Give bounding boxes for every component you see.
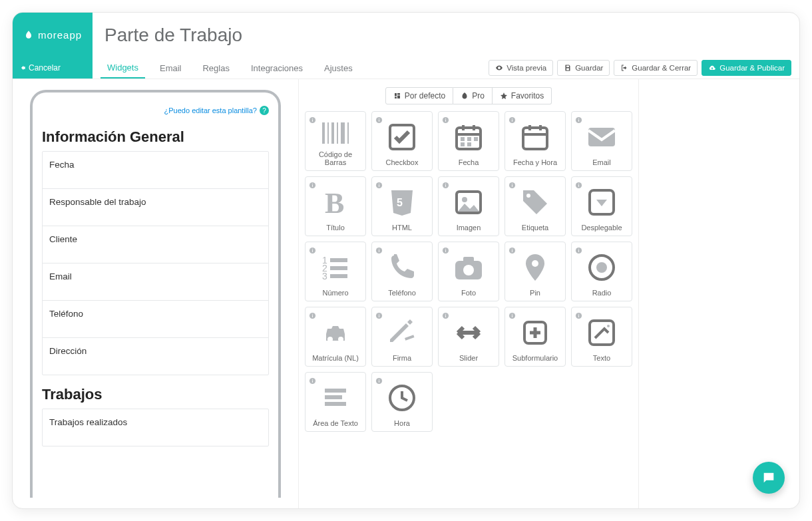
tab-settings[interactable]: Ajustes: [317, 57, 359, 79]
textarea-icon: [308, 377, 363, 419]
info-icon[interactable]: [375, 180, 383, 187]
info-icon[interactable]: [309, 245, 316, 252]
datetime-icon: [508, 116, 562, 158]
filter-pro[interactable]: Pro: [453, 87, 493, 104]
dashboard-icon: [393, 92, 401, 100]
svg-rect-22: [445, 185, 446, 187]
widget-label: Matrícula (NL): [312, 354, 359, 362]
info-icon[interactable]: [442, 180, 449, 187]
widget-checkbox[interactable]: Checkbox: [371, 111, 433, 171]
widget-label: Email: [592, 158, 611, 166]
widget-slider[interactable]: Slider: [438, 307, 499, 367]
logout-icon: [620, 64, 628, 72]
save-publish-button[interactable]: Guardar & Publicar: [702, 60, 791, 76]
widget-label: Desplegable: [581, 224, 622, 232]
widget-photo[interactable]: Foto: [438, 242, 499, 301]
section-title-trabajos: Trabajos: [42, 386, 269, 403]
field-direccion[interactable]: Dirección: [43, 338, 268, 375]
widget-tag[interactable]: Etiqueta: [505, 176, 566, 236]
tab-rules[interactable]: Reglas: [196, 57, 236, 79]
info-icon[interactable]: [309, 180, 316, 187]
widget-signature[interactable]: Firma: [371, 307, 433, 367]
info-icon[interactable]: [375, 375, 383, 383]
tab-widgets[interactable]: Widgets: [101, 57, 145, 79]
info-icon[interactable]: [442, 310, 449, 317]
widget-title[interactable]: Título: [305, 176, 366, 236]
widget-email[interactable]: Email: [571, 111, 632, 171]
widget-label: Hora: [394, 419, 410, 427]
info-icon[interactable]: [508, 310, 516, 317]
save-button[interactable]: Guardar: [557, 60, 610, 76]
widget-time[interactable]: Hora: [371, 372, 433, 432]
info-icon[interactable]: [375, 114, 383, 122]
properties-panel: [638, 79, 799, 508]
tab-integrations[interactable]: Integraciones: [244, 57, 309, 79]
info-icon[interactable]: [575, 245, 582, 252]
widget-subform[interactable]: Subformulario: [505, 307, 566, 367]
widget-label: Texto: [593, 354, 610, 362]
widget-label: Código de Barras: [308, 150, 363, 166]
chat-fab[interactable]: [753, 462, 785, 494]
widget-radio[interactable]: Radio: [571, 242, 632, 301]
tabs: Widgets Email Reglas Integraciones Ajust…: [101, 57, 359, 79]
svg-rect-25: [512, 185, 512, 187]
field-trabajos-realizados[interactable]: Trabajos realizados: [43, 409, 268, 446]
info-icon[interactable]: [508, 180, 516, 187]
svg-rect-14: [578, 118, 579, 119]
pin-icon: [508, 246, 562, 289]
tab-email[interactable]: Email: [153, 57, 188, 79]
widget-label: Número: [322, 289, 348, 297]
chat-icon: [761, 470, 776, 485]
info-icon[interactable]: [309, 114, 316, 122]
info-icon[interactable]: [575, 180, 582, 187]
widget-plate[interactable]: Matrícula (NL): [305, 307, 366, 367]
info-icon[interactable]: [375, 245, 383, 252]
svg-rect-58: [578, 315, 579, 317]
svg-rect-19: [379, 185, 379, 187]
info-icon[interactable]: [442, 114, 449, 122]
info-icon[interactable]: [508, 245, 516, 252]
field-email[interactable]: Email: [43, 263, 268, 301]
widget-image[interactable]: Imagen: [438, 176, 499, 236]
save-close-button[interactable]: Guardar & Cerrar: [614, 60, 698, 76]
photo-icon: [441, 246, 496, 289]
widget-barcode[interactable]: Código de Barras: [305, 111, 366, 171]
filter-favorites[interactable]: Favoritos: [493, 87, 552, 104]
info-icon[interactable]: [575, 114, 582, 122]
widget-label: HTML: [392, 224, 412, 232]
widget-datetime[interactable]: Fecha y Hora: [505, 111, 566, 171]
svg-rect-41: [512, 249, 512, 250]
widget-textarea[interactable]: Área de Texto: [305, 372, 366, 432]
svg-rect-31: [312, 250, 313, 252]
field-responsable[interactable]: Responsable del trabajo: [43, 189, 268, 226]
field-fecha[interactable]: Fecha: [43, 152, 268, 189]
widget-dropdown[interactable]: Desplegable: [571, 176, 632, 236]
barcode-icon: [308, 116, 363, 150]
widget-date[interactable]: Fecha: [438, 111, 499, 171]
info-icon[interactable]: [442, 245, 449, 252]
filter-default[interactable]: Por defecto: [385, 87, 453, 104]
info-icon[interactable]: [309, 375, 316, 383]
info-icon[interactable]: [309, 310, 316, 317]
cancel-button[interactable]: Cancelar: [13, 57, 93, 79]
info-icon[interactable]: [575, 310, 582, 317]
widget-number[interactable]: Número: [305, 242, 366, 301]
widget-html[interactable]: HTML: [371, 176, 433, 236]
help-link[interactable]: ¿Puedo editar esta plantilla? ?: [42, 102, 269, 124]
widget-phone[interactable]: Teléfono: [371, 242, 433, 301]
widget-text[interactable]: Texto: [571, 307, 632, 367]
widget-label: Firma: [393, 354, 411, 362]
info-icon[interactable]: [508, 114, 516, 122]
info-icon[interactable]: [375, 310, 383, 317]
svg-rect-26: [512, 184, 512, 184]
checkbox-icon: [375, 116, 429, 158]
section-title-general: Información General: [42, 128, 269, 146]
svg-rect-37: [445, 250, 446, 252]
field-telefono[interactable]: Teléfono: [43, 301, 268, 338]
svg-rect-65: [379, 379, 379, 380]
field-cliente[interactable]: Cliente: [43, 226, 268, 263]
widget-pin[interactable]: Pin: [505, 242, 566, 301]
widget-label: Foto: [461, 289, 476, 297]
preview-button[interactable]: Vista previa: [489, 60, 553, 76]
brand-logo[interactable]: moreapp: [13, 13, 93, 57]
